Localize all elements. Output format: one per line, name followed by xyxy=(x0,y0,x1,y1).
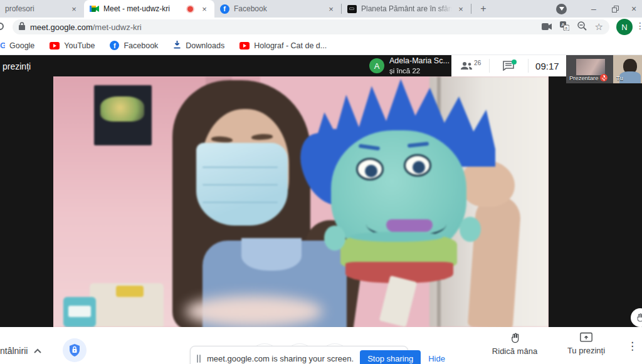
mic-off-icon xyxy=(600,74,608,81)
tab-meet[interactable]: Meet - met-udwz-kri × xyxy=(84,0,214,18)
hand-icon xyxy=(509,332,521,344)
tab-separator xyxy=(471,4,471,14)
close-icon[interactable]: × xyxy=(69,4,79,14)
browser-menu-icon[interactable]: ⋮ xyxy=(636,21,642,31)
raised-arm xyxy=(468,194,522,327)
tab-planeta-pamant[interactable]: Planeta Pământ are în sfârșit un s × xyxy=(342,0,471,18)
meeting-details-button[interactable]: ntâlnirii xyxy=(0,346,41,356)
window-controls: – × xyxy=(556,0,642,18)
participant-avatar: A xyxy=(369,58,384,73)
chat-notification-dot xyxy=(512,60,517,65)
plush-tag xyxy=(379,276,418,327)
lock-icon xyxy=(19,21,25,33)
tab-label: Facebook xyxy=(234,4,322,13)
bookmark-google[interactable]: G Google xyxy=(0,41,34,50)
url-text: meet.google.com/met-udwz-kri xyxy=(30,23,142,32)
clock: 09:17 xyxy=(529,55,566,76)
face-mask xyxy=(196,143,288,226)
google-icon: G xyxy=(0,41,5,50)
people-button[interactable]: 26 xyxy=(451,55,489,76)
bookmark-downloads[interactable]: Downloads xyxy=(173,40,224,51)
close-icon[interactable]: × xyxy=(199,4,209,14)
presentation-label: Prezentare xyxy=(569,75,598,81)
main-video[interactable]: a Luca xyxy=(53,76,549,327)
webcam-scene xyxy=(53,76,549,327)
close-window-button[interactable]: × xyxy=(626,0,642,18)
youtube-icon xyxy=(239,42,250,49)
bookmarks-bar: G Google YouTube f Facebook Downloads Ho… xyxy=(0,36,642,55)
close-icon[interactable]: × xyxy=(456,4,466,14)
omnibox[interactable]: meet.google.com/met-udwz-kri Aa ☆ xyxy=(13,19,609,34)
meet-stage: prezinți xyxy=(0,55,642,327)
participant-name: Adela-Maria Sc... xyxy=(389,56,450,66)
bookmark-star-icon[interactable]: ☆ xyxy=(595,21,603,33)
restore-button[interactable] xyxy=(604,0,626,18)
close-icon[interactable]: × xyxy=(326,4,336,14)
svg-text:a: a xyxy=(565,26,567,30)
you-label: Tu xyxy=(616,75,623,81)
raise-hand-button[interactable]: Ridică mâna xyxy=(487,332,543,356)
meet-icon xyxy=(89,4,99,14)
screen-share-banner: meet.google.com is sharing your screen. … xyxy=(190,346,408,364)
raised-hand-indicator xyxy=(631,308,642,327)
bookmark-youtube[interactable]: YouTube xyxy=(50,41,95,50)
zoom-out-icon[interactable] xyxy=(577,21,587,33)
chat-button[interactable] xyxy=(490,55,527,76)
tab-recording-icon xyxy=(187,6,193,12)
address-bar-row: meet.google.com/met-udwz-kri Aa ☆ N ⋮ xyxy=(0,18,642,36)
reload-icon[interactable] xyxy=(0,23,4,30)
facebook-icon: f xyxy=(219,4,229,14)
tab-strip: profesori × Meet - met-udwz-kri × f Face… xyxy=(0,0,642,18)
stop-sharing-button[interactable]: Stop sharing xyxy=(360,350,421,364)
meet-header: 26 09:17 xyxy=(451,55,566,76)
facebook-icon: f xyxy=(110,41,119,50)
hide-link[interactable]: Hide xyxy=(428,354,445,363)
browser-window: profesori × Meet - met-udwz-kri × f Face… xyxy=(0,0,642,364)
bookmark-holograf[interactable]: Holograf - Cat de d... xyxy=(239,41,327,50)
new-tab-button[interactable]: + xyxy=(475,1,492,17)
tab-label: Planeta Pământ are în sfârșit un s xyxy=(361,4,452,13)
tab-profesori[interactable]: profesori × xyxy=(0,0,84,18)
self-thumbnail[interactable]: Tu xyxy=(613,55,642,83)
people-count-badge: 26 xyxy=(474,60,481,66)
omnibox-actions: Aa ☆ xyxy=(542,21,603,33)
tab-facebook[interactable]: f Facebook × xyxy=(214,0,341,18)
you-present-button[interactable]: Tu prezinți xyxy=(558,332,614,355)
picture-frame xyxy=(94,85,152,145)
download-icon xyxy=(173,40,181,51)
minimize-button[interactable]: – xyxy=(583,0,604,18)
meet-bottom-bar: ntâlnirii meet.google.com is sharing you… xyxy=(0,327,642,364)
tab-label: Meet - met-udwz-kri xyxy=(103,4,185,13)
presentation-thumbnail[interactable]: Prezentare xyxy=(566,55,613,83)
tab-label: profesori xyxy=(5,4,65,13)
share-message: meet.google.com is sharing your screen. xyxy=(207,354,354,363)
presenting-banner: prezinți xyxy=(3,61,31,71)
more-options-icon[interactable]: ⋮ xyxy=(627,340,638,353)
youtube-icon xyxy=(50,42,60,49)
tab-camera-icon[interactable] xyxy=(542,21,552,33)
video-site-icon xyxy=(347,4,357,14)
present-icon xyxy=(580,332,592,343)
translate-icon[interactable]: Aa xyxy=(560,21,569,33)
chevron-up-icon xyxy=(34,348,41,353)
participants-more: și încă 22 xyxy=(389,66,450,75)
bookmark-facebook[interactable]: f Facebook xyxy=(110,41,158,50)
profile-avatar[interactable]: N xyxy=(616,19,633,35)
drag-handle[interactable] xyxy=(197,355,201,363)
browser-update-icon[interactable] xyxy=(556,4,567,14)
participants-pill[interactable]: A Adela-Maria Sc... și încă 22 xyxy=(366,55,451,76)
host-controls-shield-icon[interactable] xyxy=(63,338,87,362)
